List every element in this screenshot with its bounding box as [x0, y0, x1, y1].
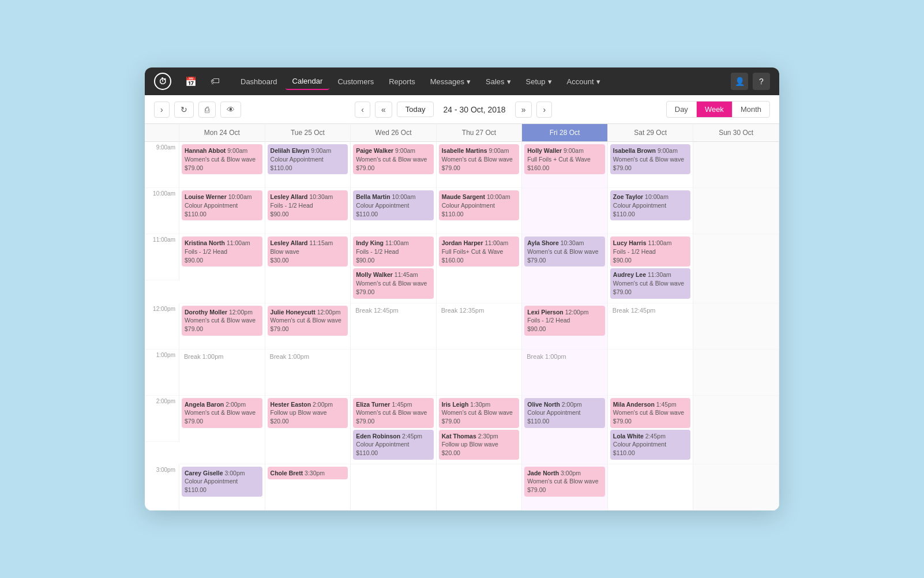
nav-account[interactable]: Account ▾	[560, 74, 607, 89]
view-week-btn[interactable]: Week	[697, 102, 733, 117]
next-btn[interactable]: ›	[536, 102, 552, 118]
appt-dorothy[interactable]: Dorothy Moller 12:00pmWomen's cut & Blow…	[182, 306, 262, 336]
appt-lesley2[interactable]: Lesley Allard 11:15amBlow wave$30.00	[268, 237, 348, 267]
prev2-btn[interactable]: «	[375, 102, 392, 118]
print-btn[interactable]: ⎙	[198, 102, 216, 118]
cell-tue-1200[interactable]: Julie Honeycutt 12:00pmWomen's cut & Blo…	[265, 303, 351, 350]
appt-audrey[interactable]: Audrey Lee 11:30amWomen's cut & Blow wav…	[610, 268, 691, 298]
cell-tue-1000[interactable]: Lesley Allard 10:30amFoils - 1/2 Head$90…	[265, 188, 351, 234]
appt-louise[interactable]: Louise Werner 10:00amColour Appointment$…	[182, 190, 262, 220]
appt-jade[interactable]: Jade North 3:00pmWomen's cut & Blow wave…	[524, 467, 605, 497]
appt-olive[interactable]: Olive North 2:00pmColour Appointment$110…	[524, 398, 605, 428]
appt-lexi[interactable]: Lexi Pierson 12:00pmFoils - 1/2 Head$90.…	[524, 306, 605, 336]
appt-hester[interactable]: Hester Easton 2:00pmFollow up Blow wave$…	[268, 398, 348, 428]
calendar-icon-btn[interactable]: 📅	[181, 73, 201, 91]
view-month-btn[interactable]: Month	[733, 102, 769, 117]
appt-kat[interactable]: Kat Thomas 2:30pmFollow up Blow wave$20.…	[439, 430, 520, 460]
expand-btn[interactable]: ›	[154, 102, 170, 118]
appt-hannah[interactable]: Hannah Abbot 9:00amWomen's cut & Blow wa…	[182, 144, 262, 174]
appt-lola[interactable]: Lola White 2:45pmColour Appointment$110.…	[610, 430, 691, 460]
next2-btn[interactable]: »	[515, 102, 532, 118]
prev-btn[interactable]: ‹	[355, 102, 370, 118]
appt-molly[interactable]: Molly Walker 11:45amWomen's cut & Blow w…	[353, 268, 434, 298]
cell-sat-100[interactable]	[608, 350, 694, 396]
nav-setup[interactable]: Setup ▾	[519, 74, 559, 89]
cell-mon-200[interactable]: Angela Baron 2:00pmWomen's cut & Blow wa…	[179, 396, 265, 464]
cell-thu-1100[interactable]: Jordan Harper 11:00amFull Foils+ Cut & W…	[437, 234, 523, 303]
cell-tue-200[interactable]: Hester Easton 2:00pmFollow up Blow wave$…	[265, 396, 351, 464]
appt-delilah[interactable]: Delilah Elwyn 9:00amColour Appointment$1…	[268, 144, 348, 174]
appt-isabella[interactable]: Isabella Brown 9:00amWomen's cut & Blow …	[610, 144, 691, 174]
appt-zoe[interactable]: Zoe Taylor 10:00amColour Appointment$110…	[610, 190, 691, 220]
appt-ayla[interactable]: Ayla Shore 10:30amWomen's cut & Blow wav…	[524, 237, 605, 267]
eye-btn[interactable]: 👁	[220, 102, 241, 118]
appt-holly[interactable]: Holly Waller 9:00amFull Foils + Cut & Wa…	[524, 144, 605, 174]
cell-wed-300[interactable]	[351, 464, 437, 511]
cell-wed-200[interactable]: Eliza Turner 1:45pmWomen's cut & Blow wa…	[351, 396, 437, 464]
appt-isabelle[interactable]: Isabelle Martins 9:00amWomen's cut & Blo…	[439, 144, 520, 174]
cell-mon-900[interactable]: Hannah Abbot 9:00amWomen's cut & Blow wa…	[179, 142, 265, 188]
appt-kristina[interactable]: Kristina North 11:00amFoils - 1/2 Head$9…	[182, 237, 262, 267]
cell-wed-100[interactable]	[351, 350, 437, 396]
cell-wed-1000[interactable]: Bella Martin 10:00amColour Appointment$1…	[351, 188, 437, 234]
cell-mon-1000[interactable]: Louise Werner 10:00amColour Appointment$…	[179, 188, 265, 234]
cell-sat-1000[interactable]: Zoe Taylor 10:00amColour Appointment$110…	[608, 188, 694, 234]
appt-eden[interactable]: Eden Robinson 2:45pmColour Appointment$1…	[353, 430, 434, 460]
cell-fri-1000[interactable]	[522, 188, 608, 234]
nav-messages[interactable]: Messages ▾	[423, 74, 478, 89]
cell-fri-300[interactable]: Jade North 3:00pmWomen's cut & Blow wave…	[522, 464, 608, 511]
cell-mon-1200[interactable]: Dorothy Moller 12:00pmWomen's cut & Blow…	[179, 303, 265, 350]
cell-sun-900[interactable]	[693, 142, 779, 188]
appt-eliza[interactable]: Eliza Turner 1:45pmWomen's cut & Blow wa…	[353, 398, 434, 428]
help-icon-btn[interactable]: ?	[753, 73, 770, 90]
cell-tue-100[interactable]: Break 1:00pm	[265, 350, 351, 396]
cell-thu-200[interactable]: Iris Leigh 1:30pmWomen's cut & Blow wave…	[437, 396, 523, 464]
appt-carey[interactable]: Carey Giselle 3:00pmColour Appointment$1…	[182, 467, 262, 497]
appt-jordan[interactable]: Jordan Harper 11:00amFull Foils+ Cut & W…	[439, 237, 520, 267]
nav-sales[interactable]: Sales ▾	[479, 74, 518, 89]
nav-customers[interactable]: Customers	[330, 74, 381, 89]
appt-chole[interactable]: Chole Brett 3:30pm	[268, 467, 348, 480]
cell-thu-300[interactable]	[437, 464, 523, 511]
view-day-btn[interactable]: Day	[667, 102, 697, 117]
cell-fri-900[interactable]: Holly Waller 9:00amFull Foils + Cut & Wa…	[522, 142, 608, 188]
cell-sun-1200[interactable]	[693, 303, 779, 350]
cell-mon-1100[interactable]: Kristina North 11:00amFoils - 1/2 Head$9…	[179, 234, 265, 303]
cell-tue-900[interactable]: Delilah Elwyn 9:00amColour Appointment$1…	[265, 142, 351, 188]
appt-angela[interactable]: Angela Baron 2:00pmWomen's cut & Blow wa…	[182, 398, 262, 428]
cell-fri-100[interactable]: Break 1:00pm	[522, 350, 608, 396]
cell-fri-1200[interactable]: Lexi Pierson 12:00pmFoils - 1/2 Head$90.…	[522, 303, 608, 350]
cell-sun-1100[interactable]	[693, 234, 779, 303]
cell-thu-1200[interactable]: Break 12:35pm	[437, 303, 523, 350]
tag-icon-btn[interactable]: 🏷	[206, 73, 224, 90]
cell-fri-1100[interactable]: Ayla Shore 10:30amWomen's cut & Blow wav…	[522, 234, 608, 303]
today-btn[interactable]: Today	[397, 102, 434, 117]
user-icon-btn[interactable]: 👤	[731, 73, 748, 90]
nav-calendar[interactable]: Calendar	[286, 73, 330, 90]
cell-sun-200[interactable]	[693, 396, 779, 464]
cell-thu-1000[interactable]: Maude Sargent 10:00amColour Appointment$…	[437, 188, 523, 234]
appt-indy[interactable]: Indy King 11:00amFoils - 1/2 Head$90.00	[353, 237, 434, 267]
appt-paige[interactable]: Paige Walker 9:00amWomen's cut & Blow wa…	[353, 144, 434, 174]
appt-maude[interactable]: Maude Sargent 10:00amColour Appointment$…	[439, 190, 520, 220]
cell-tue-300[interactable]: Chole Brett 3:30pm	[265, 464, 351, 511]
cell-sun-1000[interactable]	[693, 188, 779, 234]
cell-sat-900[interactable]: Isabella Brown 9:00amWomen's cut & Blow …	[608, 142, 694, 188]
appt-mila[interactable]: Mila Anderson 1:45pmWomen's cut & Blow w…	[610, 398, 691, 428]
cell-sat-1200[interactable]: Break 12:45pm	[608, 303, 694, 350]
cell-wed-1200[interactable]: Break 12:45pm	[351, 303, 437, 350]
cell-sat-1100[interactable]: Lucy Harris 11:00amFoils - 1/2 Head$90.0…	[608, 234, 694, 303]
cell-thu-900[interactable]: Isabelle Martins 9:00amWomen's cut & Blo…	[437, 142, 523, 188]
appt-julie[interactable]: Julie Honeycutt 12:00pmWomen's cut & Blo…	[268, 306, 348, 336]
cell-sun-100[interactable]	[693, 350, 779, 396]
cell-fri-200[interactable]: Olive North 2:00pmColour Appointment$110…	[522, 396, 608, 464]
appt-lesley1[interactable]: Lesley Allard 10:30amFoils - 1/2 Head$90…	[268, 190, 348, 220]
cell-thu-100[interactable]	[437, 350, 523, 396]
cell-sat-200[interactable]: Mila Anderson 1:45pmWomen's cut & Blow w…	[608, 396, 694, 464]
cell-sun-300[interactable]	[693, 464, 779, 511]
cell-wed-1100[interactable]: Indy King 11:00amFoils - 1/2 Head$90.00 …	[351, 234, 437, 303]
nav-dashboard[interactable]: Dashboard	[234, 74, 284, 89]
cell-mon-300[interactable]: Carey Giselle 3:00pmColour Appointment$1…	[179, 464, 265, 511]
appt-iris[interactable]: Iris Leigh 1:30pmWomen's cut & Blow wave…	[439, 398, 520, 428]
cell-sat-300[interactable]	[608, 464, 694, 511]
